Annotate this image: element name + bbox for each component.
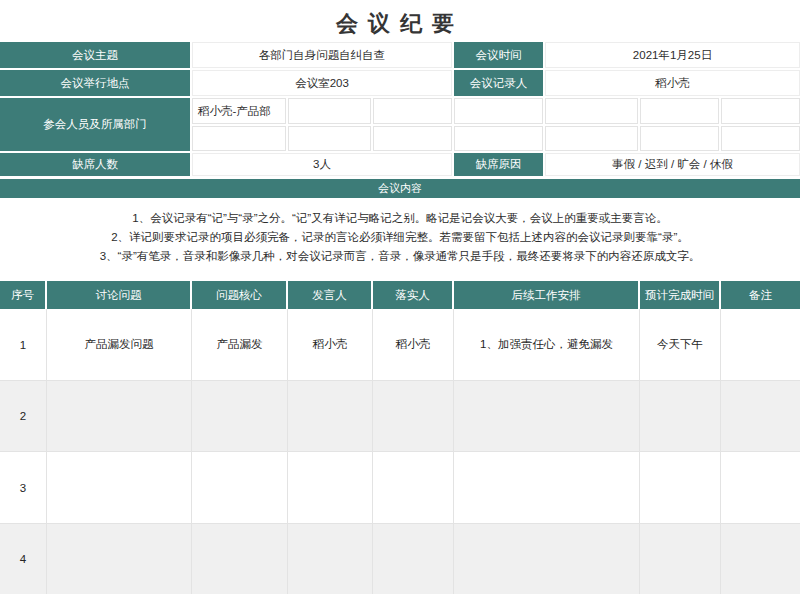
table-cell-core[interactable] xyxy=(192,524,287,594)
table-cell-core[interactable] xyxy=(192,452,287,523)
column-header-followup: 后续工作安排 xyxy=(454,281,638,309)
table-cell-core[interactable]: 产品漏发 xyxy=(192,309,287,380)
content-note-line: 1、会议记录有“记”与“录”之分。“记”又有详记与略记之别。略记是记会议大要，会… xyxy=(0,209,800,228)
column-header-issue: 讨论问题 xyxy=(47,281,190,309)
table-cell-speaker[interactable] xyxy=(288,524,372,594)
table-cell-owner[interactable] xyxy=(373,452,453,523)
absent-count-label: 缺席人数 xyxy=(0,153,190,176)
page-title: 会议纪要 xyxy=(0,0,800,42)
attendee-cell[interactable] xyxy=(454,126,543,151)
content-section-header: 会议内容 xyxy=(0,179,800,198)
topic-value-cell[interactable]: 各部门自身问题自纠自查 xyxy=(192,42,452,68)
content-notes: 1、会议记录有“记”与“录”之分。“记”又有详记与略记之别。略记是记会议大要，会… xyxy=(0,198,800,278)
attendee-cell[interactable] xyxy=(721,98,800,124)
table-cell-index[interactable]: 4 xyxy=(0,524,46,594)
attendee-cell[interactable] xyxy=(545,126,638,151)
location-label: 会议举行地点 xyxy=(0,70,190,96)
attendee-cell[interactable] xyxy=(545,98,638,124)
attendee-cell[interactable] xyxy=(288,126,371,151)
table-cell-remark[interactable] xyxy=(721,524,800,594)
table-cell-owner[interactable] xyxy=(373,524,453,594)
column-header-owner: 落实人 xyxy=(373,281,452,309)
attendee-cell[interactable]: 稻小壳-产品部 xyxy=(192,98,286,124)
column-header-remark: 备注 xyxy=(721,281,800,309)
table-cell-remark[interactable] xyxy=(721,381,800,451)
attendee-cell[interactable] xyxy=(373,98,452,124)
attendee-cell[interactable] xyxy=(721,126,800,151)
table-cell-issue[interactable] xyxy=(47,452,191,523)
time-label: 会议时间 xyxy=(454,42,543,68)
table-cell-remark[interactable] xyxy=(721,309,800,380)
table-cell-speaker[interactable] xyxy=(288,452,372,523)
table-cell-followup[interactable]: 1、加强责任心，避免漏发 xyxy=(454,309,639,380)
column-header-eta: 预计完成时间 xyxy=(640,281,719,309)
discussion-table-header: 序号 讨论问题 问题核心 发言人 落实人 后续工作安排 预计完成时间 备注 xyxy=(0,281,800,309)
time-value-cell[interactable]: 2021年1月25日 xyxy=(545,42,800,68)
table-cell-index[interactable]: 2 xyxy=(0,381,46,451)
attendees-label: 参会人员及所属部门 xyxy=(0,98,190,151)
table-cell-followup[interactable] xyxy=(454,452,639,523)
meeting-minutes-sheet: 会议纪要 会议主题 各部门自身问题自纠自查 会议时间 2021年1月25日 会议… xyxy=(0,0,800,597)
attendee-cell[interactable] xyxy=(192,126,286,151)
recorder-value-cell[interactable]: 稻小壳 xyxy=(545,70,800,96)
table-cell-core[interactable] xyxy=(192,381,287,451)
table-cell-followup[interactable] xyxy=(454,381,639,451)
attendee-cell[interactable] xyxy=(454,98,543,124)
content-note-line: 3、“录”有笔录，音录和影像录几种，对会议记录而言，音录，像录通常只是手段，最终… xyxy=(0,247,800,266)
absent-reason-cell[interactable]: 事假 / 迟到 / 旷会 / 休假 xyxy=(545,153,800,176)
table-cell-index[interactable]: 1 xyxy=(0,309,46,380)
attendee-cell[interactable] xyxy=(288,98,371,124)
topic-label: 会议主题 xyxy=(0,42,190,68)
table-cell-issue[interactable] xyxy=(47,381,191,451)
attendee-cell[interactable] xyxy=(640,98,719,124)
recorder-label: 会议记录人 xyxy=(454,70,543,96)
table-cell-issue[interactable] xyxy=(47,524,191,594)
attendee-cell[interactable] xyxy=(640,126,719,151)
attendee-cell[interactable] xyxy=(373,126,452,151)
column-header-index: 序号 xyxy=(0,281,45,309)
table-cell-eta[interactable]: 今天下午 xyxy=(640,309,720,380)
content-note-line: 2、详记则要求记录的项目必须完备，记录的言论必须详细完整。若需要留下包括上述内容… xyxy=(0,228,800,247)
table-cell-eta[interactable] xyxy=(640,524,720,594)
table-cell-speaker[interactable] xyxy=(288,381,372,451)
column-header-speaker: 发言人 xyxy=(288,281,371,309)
table-cell-eta[interactable] xyxy=(640,381,720,451)
table-cell-remark[interactable] xyxy=(721,452,800,523)
discussion-table-body: 1 产品漏发问题 产品漏发 稻小壳 稻小壳 1、加强责任心，避免漏发 今天下午 … xyxy=(0,309,800,594)
table-cell-index[interactable]: 3 xyxy=(0,452,46,523)
absent-count-cell[interactable]: 3人 xyxy=(192,153,452,176)
table-cell-speaker[interactable]: 稻小壳 xyxy=(288,309,372,380)
column-header-core: 问题核心 xyxy=(192,281,286,309)
table-cell-eta[interactable] xyxy=(640,452,720,523)
table-cell-followup[interactable] xyxy=(454,524,639,594)
table-cell-owner[interactable] xyxy=(373,381,453,451)
location-value-cell[interactable]: 会议室203 xyxy=(192,70,452,96)
absent-reason-label: 缺席原因 xyxy=(454,153,543,176)
meeting-info-table: 会议主题 各部门自身问题自纠自查 会议时间 2021年1月25日 会议举行地点 … xyxy=(0,42,800,176)
table-cell-issue[interactable]: 产品漏发问题 xyxy=(47,309,191,380)
table-cell-owner[interactable]: 稻小壳 xyxy=(373,309,453,380)
